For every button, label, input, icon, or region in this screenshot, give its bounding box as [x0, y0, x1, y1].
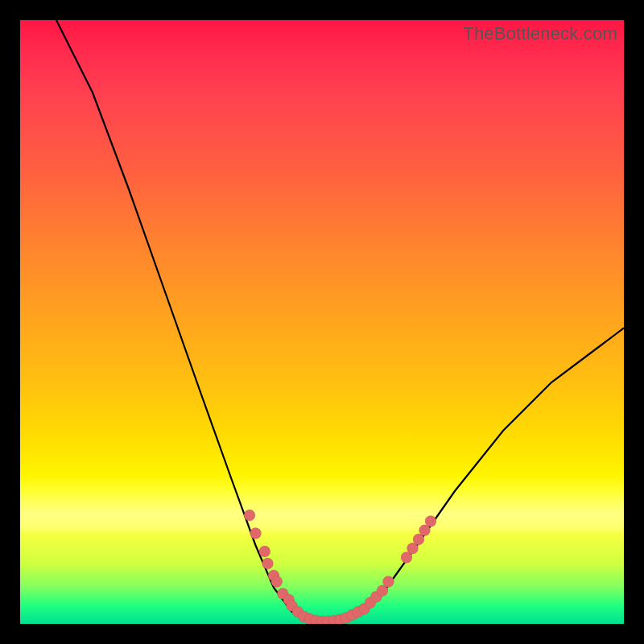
data-point [259, 546, 270, 557]
data-point [271, 576, 283, 588]
chart-frame: TheBottleneck.com [20, 20, 624, 624]
data-points-layer [20, 20, 624, 624]
data-point [262, 558, 274, 569]
data-point [425, 516, 436, 527]
data-point [383, 576, 394, 588]
data-point [250, 528, 262, 539]
data-point [244, 510, 255, 521]
